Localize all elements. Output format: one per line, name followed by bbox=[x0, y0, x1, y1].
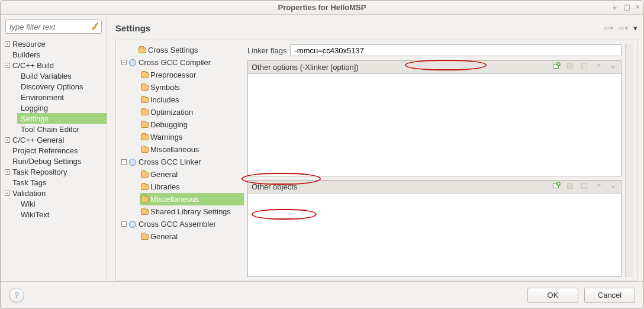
preferences-tree[interactable]: +Resource Builders −C/C++ Build Build Va… bbox=[1, 36, 107, 281]
history-nav: ⇦▾ ⇨▾ ▾ bbox=[601, 24, 637, 33]
add-icon[interactable] bbox=[552, 62, 561, 72]
left-nav-pane: +Resource Builders −C/C++ Build Build Va… bbox=[1, 15, 107, 281]
nav-tool-chain-editor[interactable]: Tool Chain Editor bbox=[17, 124, 107, 134]
node-compiler-includes[interactable]: Includes bbox=[140, 94, 244, 106]
other-options-panel: Other options (-Xlinker [option]) bbox=[247, 60, 622, 176]
dialog-footer: ? OK Cancel bbox=[1, 281, 643, 308]
move-down-icon[interactable] bbox=[609, 62, 617, 72]
node-cross-gcc-compiler[interactable]: −Cross GCC Compiler bbox=[120, 56, 244, 69]
node-compiler-optimization[interactable]: Optimization bbox=[140, 106, 244, 118]
node-compiler-debugging[interactable]: Debugging bbox=[140, 118, 244, 131]
node-linker-general[interactable]: General bbox=[140, 168, 244, 181]
svg-rect-4 bbox=[582, 64, 587, 69]
nav-resource[interactable]: +Resource bbox=[1, 38, 107, 49]
delete-icon[interactable] bbox=[566, 62, 575, 72]
window-minimize-icon[interactable]: ＋ bbox=[611, 2, 619, 13]
move-up-icon[interactable] bbox=[595, 182, 603, 192]
nav-task-repository[interactable]: +Task Repository bbox=[1, 166, 107, 177]
other-objects-title: Other objects bbox=[252, 182, 297, 191]
svg-rect-8 bbox=[582, 184, 587, 189]
clear-filter-icon[interactable] bbox=[90, 21, 99, 33]
nav-build-variables[interactable]: Build Variables bbox=[17, 70, 107, 81]
nav-settings[interactable]: Settings bbox=[17, 113, 107, 124]
node-cross-gcc-linker[interactable]: −Cross GCC Linker bbox=[120, 156, 244, 168]
node-cross-settings[interactable]: Cross Settings bbox=[129, 44, 244, 56]
nav-wiki[interactable]: Wiki bbox=[17, 198, 107, 209]
settings-scrollbar[interactable] bbox=[625, 44, 633, 277]
menu-chevron-icon[interactable]: ▾ bbox=[633, 24, 637, 33]
other-options-list[interactable] bbox=[248, 74, 621, 176]
node-linker-shared[interactable]: Shared Library Settings bbox=[140, 205, 244, 218]
filter-field[interactable] bbox=[5, 20, 102, 34]
help-button[interactable]: ? bbox=[9, 288, 24, 303]
nav-validation[interactable]: +Validation bbox=[1, 188, 107, 198]
window-title: Properties for HelloMSP bbox=[278, 3, 366, 12]
nav-discovery-options[interactable]: Discovery Options bbox=[17, 81, 107, 92]
node-compiler-warnings[interactable]: Warnings bbox=[140, 131, 244, 143]
nav-project-references[interactable]: Project References bbox=[1, 145, 107, 156]
node-linker-libraries[interactable]: Libraries bbox=[140, 181, 244, 193]
node-compiler-symbols[interactable]: Symbols bbox=[140, 81, 244, 94]
other-options-title: Other options (-Xlinker [option]) bbox=[252, 63, 359, 72]
node-compiler-preprocessor[interactable]: Preprocessor bbox=[140, 69, 244, 81]
svg-line-0 bbox=[95, 23, 98, 25]
cancel-button[interactable]: Cancel bbox=[584, 288, 635, 303]
edit-icon[interactable] bbox=[581, 62, 589, 72]
linker-flags-input[interactable] bbox=[290, 44, 622, 56]
back-icon[interactable]: ⇦▾ bbox=[603, 24, 614, 33]
window-maximize-icon[interactable]: ▢ bbox=[623, 2, 630, 13]
page-title: Settings bbox=[115, 23, 150, 33]
detail-pane: Linker flags Other options (-Xlinker [op… bbox=[247, 44, 622, 277]
edit-icon[interactable] bbox=[581, 182, 589, 192]
nav-task-tags[interactable]: Task Tags bbox=[1, 177, 107, 188]
titlebar: Properties for HelloMSP ＋ ▢ × bbox=[1, 1, 643, 15]
nav-run-debug-settings[interactable]: Run/Debug Settings bbox=[1, 156, 107, 166]
node-linker-misc[interactable]: Miscellaneous bbox=[140, 193, 244, 205]
node-compiler-misc[interactable]: Miscellaneous bbox=[140, 143, 244, 156]
nav-ccpp-build[interactable]: −C/C++ Build bbox=[1, 60, 107, 70]
nav-logging[interactable]: Logging bbox=[17, 102, 107, 113]
node-cross-gcc-assembler[interactable]: −Cross GCC Assembler bbox=[120, 218, 244, 230]
linker-flags-label: Linker flags bbox=[247, 46, 286, 55]
nav-ccpp-general[interactable]: +C/C++ General bbox=[1, 134, 107, 145]
ok-button[interactable]: OK bbox=[527, 288, 578, 303]
nav-builders[interactable]: Builders bbox=[1, 49, 107, 60]
nav-wikitext[interactable]: WikiText bbox=[17, 209, 107, 220]
move-down-icon[interactable] bbox=[609, 182, 617, 192]
delete-icon[interactable] bbox=[566, 182, 575, 192]
nav-environment[interactable]: Environment bbox=[17, 92, 107, 102]
filter-input[interactable] bbox=[5, 20, 102, 34]
add-icon[interactable] bbox=[552, 182, 561, 192]
other-objects-list[interactable] bbox=[248, 194, 621, 276]
window-close-icon[interactable]: × bbox=[635, 2, 640, 13]
node-assembler-general[interactable]: General bbox=[140, 230, 244, 243]
fwd-icon[interactable]: ⇨▾ bbox=[618, 24, 629, 33]
settings-pane: Settings ⇦▾ ⇨▾ ▾ Cross Settings −Cross G… bbox=[107, 15, 643, 281]
move-up-icon[interactable] bbox=[595, 62, 603, 72]
other-objects-panel: Other objects bbox=[247, 180, 622, 277]
tool-settings-tree[interactable]: Cross Settings −Cross GCC Compiler Prepr… bbox=[120, 44, 244, 277]
